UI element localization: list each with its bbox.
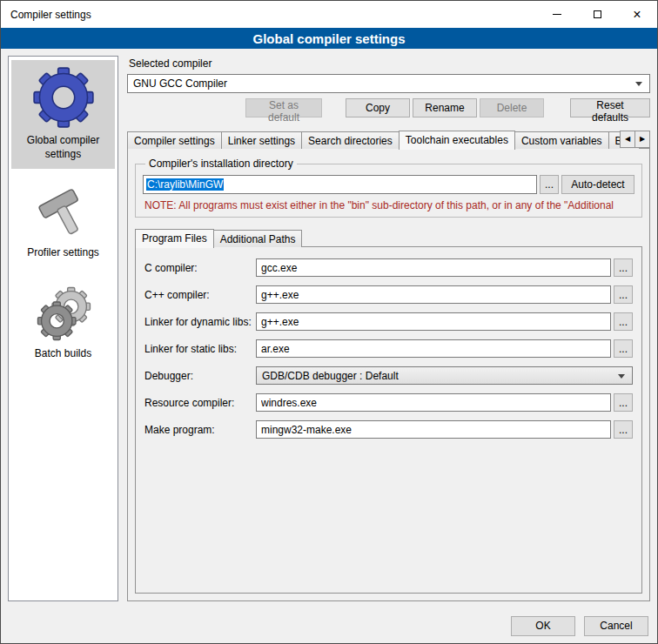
window-title: Compiler settings — [1, 9, 91, 21]
minimize-button[interactable] — [537, 1, 577, 28]
sidebar-item-batch-builds[interactable]: Batch builds — [11, 278, 115, 369]
maximize-button[interactable] — [577, 1, 617, 28]
install-dir-selected-text: C:\raylib\MinGW — [146, 178, 224, 191]
dialog-header: Global compiler settings — [1, 28, 657, 49]
field-row-cpp-compiler: C++ compiler: ... — [144, 285, 633, 304]
close-icon: × — [633, 8, 641, 22]
tab-scroll-controls: ◀ ▶ — [620, 131, 650, 148]
tab-toolchain-executables[interactable]: Toolchain executables — [399, 131, 515, 150]
compiler-settings-dialog: Compiler settings × Global compiler sett… — [0, 0, 658, 644]
ok-button[interactable]: OK — [511, 616, 575, 636]
minimize-icon — [553, 14, 561, 15]
installation-directory-row: C:\raylib\MinGW ... Auto-detect — [143, 175, 634, 194]
compiler-actions: Set as default Copy Rename Delete Reset … — [127, 98, 650, 117]
field-row-resource-compiler: Resource compiler: ... — [144, 393, 633, 412]
chevron-down-icon — [635, 82, 642, 86]
static-linker-label: Linker for static libs: — [144, 343, 256, 355]
debugger-select-value: GDB/CDB debugger : Default — [262, 370, 399, 382]
selected-compiler-label: Selected compiler — [129, 57, 650, 70]
field-row-make-program: Make program: ... — [144, 420, 633, 439]
hammer-icon — [36, 185, 91, 241]
field-row-debugger: Debugger: GDB/CDB debugger : Default — [144, 366, 633, 385]
settings-tabstrip: Compiler settings Linker settings Search… — [127, 130, 650, 149]
compiler-select[interactable]: GNU GCC Compiler — [127, 74, 650, 93]
program-files-page: C compiler: ... C++ compiler: ... Linker… — [135, 246, 642, 594]
left-arrow-icon: ◀ — [625, 136, 630, 143]
installation-directory-group-title: Compiler's installation directory — [145, 158, 297, 170]
installation-directory-group: Compiler's installation directory C:\ray… — [135, 158, 642, 218]
cpp-compiler-input[interactable] — [256, 285, 611, 304]
compiler-select-value: GNU GCC Compiler — [133, 77, 227, 90]
sidebar-item-label: Profiler settings — [13, 246, 113, 260]
titlebar: Compiler settings × — [1, 1, 657, 28]
tab-compiler-settings[interactable]: Compiler settings — [127, 131, 222, 149]
debugger-label: Debugger: — [144, 370, 256, 382]
install-dir-note: NOTE: All programs must exist either in … — [144, 199, 633, 211]
copy-button[interactable]: Copy — [346, 98, 410, 117]
cpp-compiler-label: C++ compiler: — [144, 289, 256, 301]
browse-static-linker-button[interactable]: ... — [614, 339, 633, 358]
cancel-button[interactable]: Cancel — [584, 616, 648, 636]
auto-detect-button[interactable]: Auto-detect — [561, 175, 634, 194]
set-as-default-button[interactable]: Set as default — [245, 98, 322, 117]
make-program-input[interactable] — [256, 420, 611, 439]
chevron-down-icon — [618, 374, 625, 379]
browse-cpp-compiler-button[interactable]: ... — [614, 285, 633, 304]
static-linker-input[interactable] — [256, 339, 611, 358]
browse-resource-compiler-button[interactable]: ... — [614, 393, 633, 412]
window-controls: × — [537, 1, 657, 28]
maximize-icon — [594, 10, 601, 18]
field-row-dynamic-linker: Linker for dynamic libs: ... — [144, 312, 633, 331]
tab-linker-settings[interactable]: Linker settings — [221, 131, 302, 149]
gear-icon — [32, 66, 95, 129]
resource-compiler-label: Resource compiler: — [144, 397, 256, 409]
reset-defaults-button[interactable]: Reset defaults — [570, 98, 650, 117]
dynamic-linker-label: Linker for dynamic libs: — [144, 316, 256, 328]
main-panel: Selected compiler GNU GCC Compiler Set a… — [127, 56, 650, 601]
toolchain-executables-page: Compiler's installation directory C:\ray… — [127, 148, 650, 601]
make-program-label: Make program: — [144, 424, 256, 436]
tab-custom-variables[interactable]: Custom variables — [514, 131, 609, 149]
right-arrow-icon: ▶ — [640, 136, 645, 143]
c-compiler-input[interactable] — [256, 258, 611, 277]
browse-dynamic-linker-button[interactable]: ... — [614, 312, 633, 331]
settings-category-list: Global compiler settings Profiler settin… — [8, 56, 118, 601]
install-dir-input[interactable]: C:\raylib\MinGW — [143, 175, 537, 194]
debugger-select[interactable]: GDB/CDB debugger : Default — [256, 366, 633, 385]
sidebar-item-label: Batch builds — [13, 347, 113, 361]
tab-scroll-left-button[interactable]: ◀ — [620, 131, 635, 148]
program-files-tabstrip: Program Files Additional Paths — [135, 228, 642, 247]
delete-button[interactable]: Delete — [480, 98, 544, 117]
sidebar-item-global-compiler-settings[interactable]: Global compiler settings — [11, 60, 115, 169]
close-button[interactable]: × — [617, 1, 657, 28]
subtab-program-files[interactable]: Program Files — [135, 229, 214, 248]
browse-install-dir-button[interactable]: ... — [540, 175, 559, 194]
tab-search-directories[interactable]: Search directories — [301, 131, 400, 149]
sidebar-item-profiler-settings[interactable]: Profiler settings — [11, 179, 115, 268]
dynamic-linker-input[interactable] — [256, 312, 611, 331]
c-compiler-label: C compiler: — [144, 262, 256, 274]
resource-compiler-input[interactable] — [256, 393, 611, 412]
subtab-additional-paths[interactable]: Additional Paths — [213, 230, 303, 247]
rename-button[interactable]: Rename — [413, 98, 477, 117]
browse-c-compiler-button[interactable]: ... — [614, 258, 633, 277]
dialog-content: Global compiler settings Profiler settin… — [1, 49, 657, 608]
dialog-footer: OK Cancel — [1, 608, 657, 643]
browse-make-program-button[interactable]: ... — [614, 420, 633, 439]
field-row-c-compiler: C compiler: ... — [144, 258, 633, 277]
field-row-static-linker: Linker for static libs: ... — [144, 339, 633, 358]
sidebar-item-label: Global compiler settings — [13, 134, 113, 161]
tab-scroll-right-button[interactable]: ▶ — [634, 131, 650, 148]
gears-icon — [35, 285, 92, 342]
